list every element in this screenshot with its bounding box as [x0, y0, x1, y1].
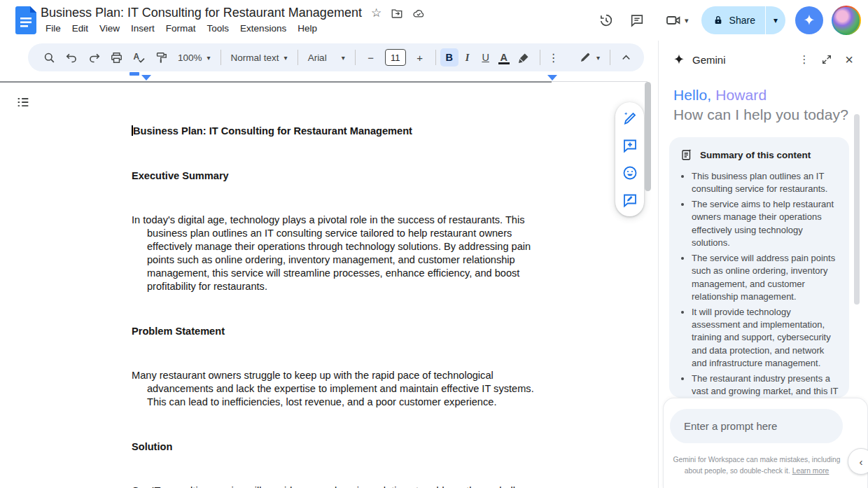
share-label: Share — [729, 15, 755, 26]
document-title[interactable]: Business Plan: IT Consulting for Restaur… — [41, 6, 362, 20]
summary-card: Summary of this content This business pl… — [669, 137, 849, 398]
cloud-status-icon[interactable] — [412, 7, 425, 20]
summary-bullet: It will provide technology assessment an… — [692, 306, 839, 370]
show-outline-icon[interactable] — [15, 95, 34, 113]
gemini-disclaimer: Gemini for Workspace can make mistakes, … — [669, 454, 844, 477]
paragraph-style-select[interactable]: Normal text ▾ — [225, 48, 293, 67]
zoom-dropdown-arrow: ▾ — [207, 54, 211, 62]
add-comment-icon[interactable] — [622, 137, 638, 154]
gemini-panel-header: Gemini ⋮ × — [659, 39, 868, 76]
search-icon[interactable] — [39, 48, 59, 67]
redo-icon[interactable] — [84, 48, 104, 67]
greeting-name: Howard — [715, 87, 766, 103]
bold-button[interactable]: B — [440, 48, 458, 67]
menu-bar: File Edit View Insert Format Tools Exten… — [41, 22, 425, 34]
paint-format-icon[interactable] — [151, 48, 171, 67]
left-indent-marker[interactable] — [141, 75, 151, 81]
more-tools-icon[interactable]: ⋮ — [545, 51, 563, 64]
print-icon[interactable] — [106, 48, 126, 67]
increase-font-size-button[interactable]: + — [410, 48, 430, 67]
summary-bullet: The restaurant industry presents a vast … — [692, 372, 839, 398]
prompt-area: Gemini for Workspace can make mistakes, … — [663, 398, 868, 488]
margin-rule-line-extension — [552, 81, 648, 82]
zoom-value: 100% — [178, 53, 202, 63]
menu-file[interactable]: File — [41, 22, 66, 34]
share-button-main[interactable]: Share — [701, 6, 765, 34]
comments-icon[interactable] — [626, 10, 648, 31]
doc-paragraph[interactable]: Our IT consulting service will provide c… — [132, 484, 553, 488]
spellcheck-icon[interactable]: A — [129, 48, 148, 67]
star-icon[interactable]: ☆ — [371, 7, 382, 19]
doc-heading-title[interactable]: Business Plan: IT Consulting for Restaur… — [132, 125, 553, 138]
summary-bullet-list: This business plan outlines an IT consul… — [692, 170, 839, 398]
emoji-reaction-icon[interactable] — [622, 165, 638, 181]
top-bar-actions: ▾ Share ▾ — [591, 6, 861, 35]
gemini-panel-sparkle-icon — [673, 53, 685, 66]
highlight-color-icon[interactable] — [514, 48, 534, 67]
summary-bullet: The service will address pain points suc… — [692, 252, 839, 304]
gemini-close-icon[interactable]: × — [840, 50, 858, 69]
gemini-sparkle-icon — [802, 13, 816, 27]
summary-bullet: The service aims to help restaurant owne… — [692, 198, 839, 250]
docs-logo-icon[interactable] — [15, 6, 36, 34]
title-area: Business Plan: IT Consulting for Restaur… — [41, 6, 425, 34]
share-button[interactable]: Share ▾ — [701, 6, 785, 34]
gemini-side-panel: Gemini ⋮ × Hello, Howard How can I help … — [659, 39, 868, 488]
editing-mode-select[interactable]: ▾ — [573, 48, 606, 67]
menu-edit[interactable]: Edit — [67, 22, 93, 34]
margin-action-pill — [615, 102, 644, 216]
gemini-expand-icon[interactable] — [818, 50, 836, 69]
right-indent-marker[interactable] — [547, 75, 557, 81]
document-canvas[interactable]: Business Plan: IT Consulting for Restaur… — [132, 83, 553, 488]
menu-insert[interactable]: Insert — [126, 22, 160, 34]
svg-text:A: A — [133, 52, 139, 62]
menu-extensions[interactable]: Extensions — [235, 22, 291, 34]
lock-icon — [713, 15, 724, 26]
text-color-button[interactable]: A — [495, 48, 513, 67]
mode-dropdown-arrow: ▾ — [596, 54, 600, 62]
italic-button[interactable]: I — [458, 48, 477, 67]
doc-paragraph[interactable]: In today's digital age, technology plays… — [132, 214, 553, 293]
hide-menus-icon[interactable] — [616, 48, 636, 67]
learn-more-link[interactable]: Learn more — [792, 467, 830, 475]
menu-help[interactable]: Help — [293, 22, 322, 34]
summarize-icon — [680, 148, 693, 161]
underline-button[interactable]: U — [477, 48, 495, 67]
menu-format[interactable]: Format — [161, 22, 201, 34]
undo-icon[interactable] — [62, 48, 81, 67]
google-docs-app: Business Plan: IT Consulting for Restaur… — [0, 0, 868, 488]
gemini-more-options-icon[interactable]: ⋮ — [795, 50, 813, 69]
prompt-input[interactable] — [670, 409, 843, 443]
zoom-select[interactable]: 100% ▾ — [172, 48, 216, 67]
summary-bullet: This business plan outlines an IT consul… — [692, 170, 839, 196]
doc-heading-solution[interactable]: Solution — [132, 440, 553, 454]
top-bar: Business Plan: IT Consulting for Restaur… — [0, 0, 868, 41]
gemini-write-icon[interactable] — [622, 110, 638, 127]
suggest-edits-icon[interactable] — [622, 192, 638, 209]
meet-call-button[interactable]: ▾ — [665, 12, 689, 29]
pencil-icon — [579, 51, 592, 64]
gemini-button[interactable] — [795, 6, 823, 34]
decrease-font-size-button[interactable]: − — [361, 48, 381, 67]
gemini-panel-title: Gemini — [692, 54, 791, 66]
first-line-indent-marker[interactable] — [130, 72, 139, 76]
format-toolbar: A 100% ▾ Normal text ▾ Arial ▾ − 11 + B … — [28, 43, 644, 71]
menu-view[interactable]: View — [94, 22, 125, 34]
gemini-panel-scrollbar[interactable] — [854, 114, 860, 305]
greeting-question: How can I help you today? — [673, 105, 854, 125]
version-history-icon[interactable] — [596, 10, 617, 31]
doc-heading-executive-summary[interactable]: Executive Summary — [132, 169, 553, 183]
menu-tools[interactable]: Tools — [202, 22, 234, 34]
account-avatar[interactable] — [832, 6, 861, 35]
meet-dropdown-arrow[interactable]: ▾ — [685, 16, 689, 25]
style-dropdown-arrow: ▾ — [284, 54, 288, 62]
font-select[interactable]: Arial ▾ — [302, 48, 351, 67]
move-folder-icon[interactable] — [391, 7, 403, 20]
collapse-chevron-icon: ‹ — [860, 456, 863, 468]
doc-heading-problem-statement[interactable]: Problem Statement — [132, 325, 553, 338]
doc-paragraph[interactable]: Many restaurant owners struggle to keep … — [132, 369, 553, 409]
share-dropdown-arrow[interactable]: ▾ — [766, 6, 785, 34]
font-size-input[interactable]: 11 — [385, 49, 406, 66]
greeting-hello: Hello, — [673, 87, 711, 103]
document-scrollbar[interactable] — [645, 82, 651, 191]
